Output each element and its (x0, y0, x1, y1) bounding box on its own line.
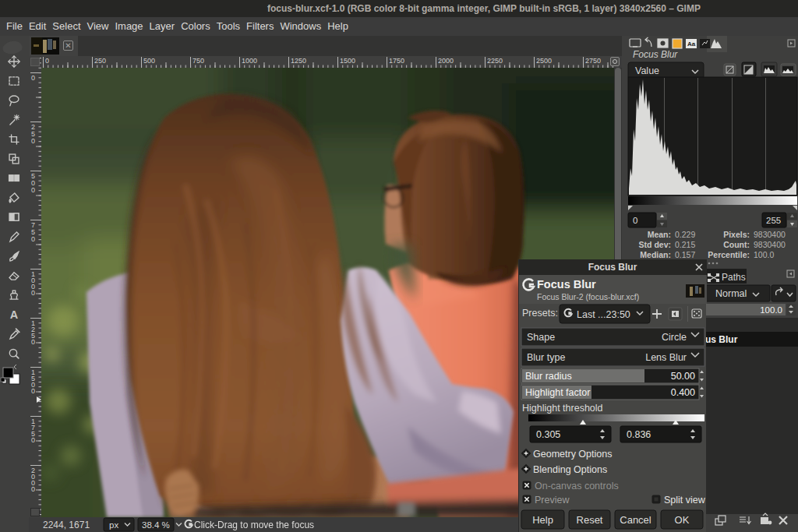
svg-text:us Blur: us Blur (705, 334, 738, 345)
svg-text:100.0: 100.0 (754, 250, 774, 259)
svg-text:Split view: Split view (664, 495, 706, 506)
svg-text:Cancel: Cancel (620, 514, 651, 526)
svg-text:Circle: Circle (662, 332, 687, 343)
svg-text:0.836: 0.836 (627, 429, 651, 440)
svg-text:Normal: Normal (715, 288, 747, 299)
svg-text:250: 250 (94, 57, 106, 65)
svg-text:Lens Blur: Lens Blur (645, 352, 687, 363)
svg-text:0: 0 (31, 235, 35, 243)
svg-text:0: 0 (633, 216, 637, 225)
svg-text:9830400: 9830400 (754, 240, 786, 249)
svg-text:Highlight factor: Highlight factor (525, 387, 590, 398)
svg-text:0: 0 (31, 485, 35, 493)
svg-text:Blending Options: Blending Options (533, 464, 607, 475)
svg-text:0: 0 (31, 137, 35, 145)
svg-text:38.4 %: 38.4 % (142, 520, 170, 530)
svg-text:Count:: Count: (723, 240, 750, 249)
svg-text:0: 0 (31, 186, 35, 194)
svg-text:1250: 1250 (291, 57, 306, 65)
svg-text:Blur type: Blur type (527, 352, 565, 363)
svg-text:Focus Blur: Focus Blur (537, 278, 596, 291)
svg-text:Pixels:: Pixels: (723, 230, 750, 239)
svg-text:Mean:: Mean: (648, 230, 671, 239)
svg-text:Reset: Reset (577, 514, 603, 526)
svg-text:0: 0 (31, 436, 35, 444)
svg-text:Presets:: Presets: (522, 308, 558, 319)
svg-text:100.0: 100.0 (760, 305, 782, 315)
svg-text:2500: 2500 (536, 57, 552, 65)
svg-text:0.229: 0.229 (675, 230, 695, 239)
svg-text:A: A (10, 308, 19, 321)
svg-text:Preview: Preview (535, 495, 570, 506)
svg-text:Last ...23:50: Last ...23:50 (577, 309, 630, 320)
svg-text:0.157: 0.157 (675, 250, 695, 259)
svg-text:Value: Value (635, 65, 659, 76)
svg-text:Median:: Median: (640, 250, 671, 259)
svg-text:Focus Blur-2 (focus-blur.xcf): Focus Blur-2 (focus-blur.xcf) (537, 292, 639, 301)
svg-text:On-canvas controls: On-canvas controls (535, 481, 619, 491)
svg-text:Paths: Paths (722, 272, 746, 283)
svg-text:50.00: 50.00 (671, 371, 695, 382)
svg-text:2250: 2250 (487, 57, 503, 65)
svg-text:0: 0 (31, 387, 35, 395)
svg-text:Focus Blur: Focus Blur (633, 49, 678, 60)
svg-text:Blur radius: Blur radius (525, 371, 572, 382)
svg-text:Percentile:: Percentile: (708, 250, 750, 259)
svg-text:0: 0 (31, 74, 35, 82)
svg-text:0: 0 (31, 338, 35, 346)
svg-text:2244, 1671: 2244, 1671 (43, 520, 90, 530)
svg-text:Geometry Options: Geometry Options (533, 449, 612, 460)
svg-text:Help: Help (532, 514, 553, 526)
svg-text:500: 500 (143, 57, 155, 65)
svg-text:Click-Drag to move the focus: Click-Drag to move the focus (194, 520, 314, 530)
svg-text:2750: 2750 (585, 57, 601, 65)
svg-text:1500: 1500 (340, 57, 355, 65)
svg-text:Highlight threshold: Highlight threshold (522, 403, 603, 414)
svg-text:1750: 1750 (389, 57, 404, 65)
svg-text:Focus Blur: Focus Blur (588, 262, 637, 273)
svg-text:0.215: 0.215 (675, 240, 695, 249)
svg-text:9830400: 9830400 (754, 230, 786, 239)
svg-text:Aa: Aa (687, 41, 696, 48)
svg-text:0.400: 0.400 (671, 387, 695, 398)
svg-text:0.305: 0.305 (536, 429, 560, 440)
svg-text:2000: 2000 (438, 57, 454, 65)
svg-text:0: 0 (31, 289, 35, 297)
svg-text:1000: 1000 (242, 57, 257, 65)
svg-text:Std dev:: Std dev: (639, 240, 671, 249)
svg-text:750: 750 (192, 57, 204, 65)
svg-text:OK: OK (675, 514, 690, 526)
svg-text:255: 255 (766, 216, 781, 225)
svg-text:0: 0 (45, 57, 49, 65)
svg-text:Shape: Shape (527, 332, 555, 343)
svg-text:px: px (109, 520, 118, 530)
